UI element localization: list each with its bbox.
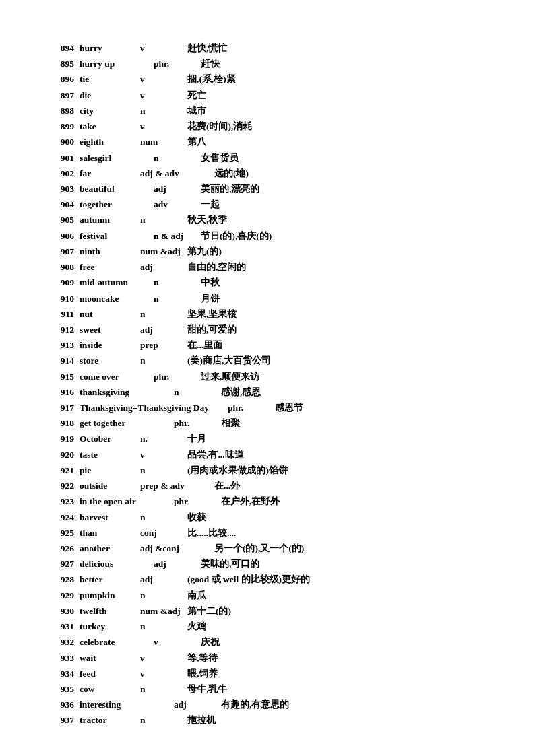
entry-number: 926 xyxy=(54,541,80,556)
list-item: 899takev花费(时间),消耗 xyxy=(54,118,495,134)
entry-definition: 品尝,有...味道 xyxy=(187,447,495,462)
entry-number: 914 xyxy=(54,353,80,368)
entry-word: harvest xyxy=(80,510,140,525)
entry-definition: 感谢,感恩 xyxy=(221,384,495,400)
entry-word: feed xyxy=(80,666,140,681)
list-item: 933waitv等,等待 xyxy=(54,650,495,666)
list-item: 925thanconj比.....比较.... xyxy=(54,525,495,541)
entry-pos: phr xyxy=(174,493,221,509)
entry-word: pie xyxy=(80,462,140,478)
entry-definition: (good 或 well 的比较级)更好的 xyxy=(187,572,495,587)
list-item: 936interestingadj有趣的,有意思的 xyxy=(54,697,495,712)
entry-pos: n. xyxy=(140,431,187,446)
entry-word: autumn xyxy=(80,212,140,228)
list-item: 900eighthnum第八 xyxy=(54,134,495,149)
entry-number: 906 xyxy=(54,228,80,244)
entry-number: 905 xyxy=(54,212,80,228)
entry-word: salesgirl xyxy=(80,150,154,166)
entry-definition: 秋天,秋季 xyxy=(187,212,495,228)
entry-number: 934 xyxy=(54,666,80,681)
list-item: 932celebratev庆祝 xyxy=(54,634,495,650)
entry-pos: n xyxy=(154,150,201,166)
entry-pos: conj xyxy=(140,525,187,541)
entry-pos: n xyxy=(140,712,187,728)
entry-word: thanksgiving xyxy=(80,384,174,400)
entry-word: inside xyxy=(80,337,140,353)
entry-number: 895 xyxy=(54,56,80,71)
entry-definition: 坚果,坚果核 xyxy=(187,306,495,322)
list-item: 929pumpkinn南瓜 xyxy=(54,588,495,603)
list-item: 924harvestn收获 xyxy=(54,510,495,525)
entry-word: eighth xyxy=(80,134,140,149)
list-item: 896tiev捆,(系,栓)紧 xyxy=(54,71,495,87)
entry-number: 911 xyxy=(54,306,80,322)
entry-definition: 赶快 xyxy=(201,56,495,71)
entry-pos: n xyxy=(174,384,221,400)
entry-number: 922 xyxy=(54,478,80,493)
entry-definition: 比.....比较.... xyxy=(187,525,495,541)
list-item: 922outsideprep & adv在...外 xyxy=(54,478,495,493)
list-item: 902faradj & adv远的(地) xyxy=(54,166,495,181)
entry-word: hurry up xyxy=(80,56,154,71)
entry-pos: n xyxy=(140,619,187,634)
entry-definition: 母牛,乳牛 xyxy=(187,681,495,697)
entry-number: 902 xyxy=(54,166,80,181)
entry-pos: adj xyxy=(140,259,187,275)
entry-number: 912 xyxy=(54,322,80,337)
list-item: 911nutn坚果,坚果核 xyxy=(54,306,495,322)
entry-definition: 美丽的,漂亮的 xyxy=(201,181,495,197)
entry-definition: 在...外 xyxy=(214,478,495,493)
list-item: 915come overphr.过来,顺便来访 xyxy=(54,369,495,384)
entry-pos: n xyxy=(140,212,187,228)
entry-pos: n xyxy=(140,681,187,697)
list-item: 918get togetherphr.相聚 xyxy=(54,415,495,431)
entry-number: 894 xyxy=(54,40,80,56)
list-item: 923in the open airphr在户外,在野外 xyxy=(54,493,495,509)
entry-word: mooncake xyxy=(80,291,154,306)
entry-word: ninth xyxy=(80,244,140,259)
entry-definition: 月饼 xyxy=(201,291,495,306)
list-item: 907ninthnum &adj第九(的) xyxy=(54,244,495,259)
entry-number: 919 xyxy=(54,431,80,446)
entry-pos: adj &conj xyxy=(140,541,214,556)
list-item: 919Octobern.十月 xyxy=(54,431,495,446)
entry-number: 913 xyxy=(54,337,80,353)
entry-definition: 一起 xyxy=(201,197,495,212)
entry-number: 933 xyxy=(54,650,80,666)
entry-pos: v xyxy=(140,118,187,134)
entry-word: beautiful xyxy=(80,181,154,197)
entry-definition: 中秋 xyxy=(201,275,495,290)
entry-definition: 收获 xyxy=(187,510,495,525)
entry-pos: phr. xyxy=(154,369,201,384)
entry-number: 909 xyxy=(54,275,80,290)
entry-pos: n xyxy=(140,353,187,368)
entry-number: 928 xyxy=(54,572,80,587)
list-item: 909mid-autumnn中秋 xyxy=(54,275,495,290)
entry-definition: 喂,饲养 xyxy=(187,666,495,681)
entry-number: 896 xyxy=(54,71,80,87)
entry-pos: n xyxy=(140,462,187,478)
entry-number: 925 xyxy=(54,525,80,541)
entry-pos: phr. xyxy=(174,415,221,431)
entry-pos: n xyxy=(154,275,201,290)
entry-pos: v xyxy=(140,71,187,87)
list-item: 916thanksgivingn感谢,感恩 xyxy=(54,384,495,400)
list-item: 921pien(用肉或水果做成的)馅饼 xyxy=(54,462,495,478)
entry-pos: n xyxy=(140,306,187,322)
entry-definition: 感恩节 xyxy=(275,400,495,415)
entry-definition: 女售货员 xyxy=(201,150,495,166)
list-item: 931turkeyn火鸡 xyxy=(54,619,495,634)
entry-pos: adj & adv xyxy=(140,166,214,181)
entry-number: 916 xyxy=(54,384,80,400)
list-item: 895hurry upphr.赶快 xyxy=(54,56,495,71)
entry-word: get together xyxy=(80,415,174,431)
list-item: 894hurryv赶快,慌忙 xyxy=(54,40,495,56)
entry-word: die xyxy=(80,88,140,103)
entry-number: 897 xyxy=(54,88,80,103)
list-item: 937tractorn拖拉机 xyxy=(54,712,495,728)
entry-word: better xyxy=(80,572,140,587)
entry-pos: num &adj xyxy=(140,244,187,259)
list-item: 927deliciousadj美味的,可口的 xyxy=(54,556,495,572)
entry-number: 920 xyxy=(54,447,80,462)
list-item: 901salesgirln女售货员 xyxy=(54,150,495,166)
